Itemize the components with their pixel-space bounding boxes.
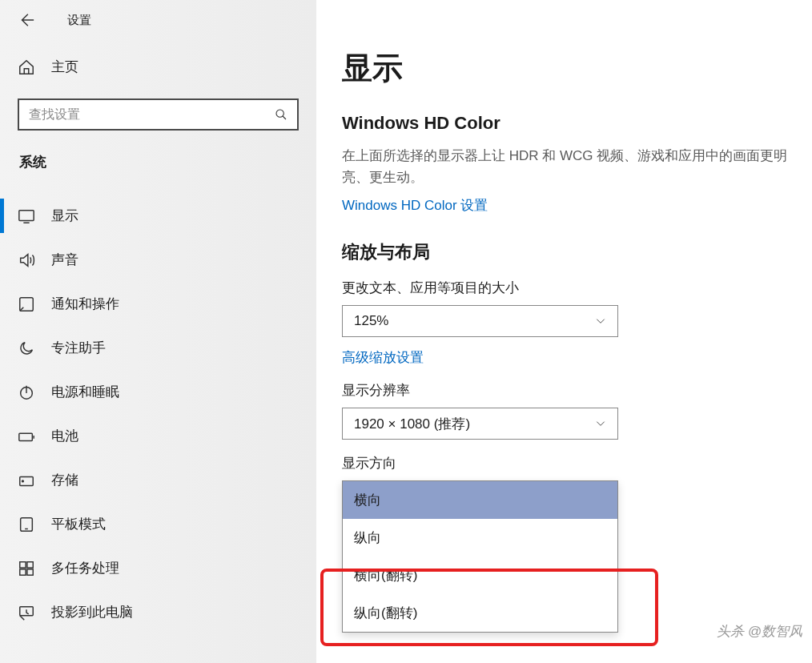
power-icon [18,384,35,401]
sidebar-section-title: 系统 [0,131,316,178]
chevron-down-icon [595,418,606,429]
window-title: 设置 [67,13,91,28]
sidebar-item-label: 通知和操作 [51,295,119,313]
svg-rect-10 [20,569,26,574]
sidebar-item-power[interactable]: 电源和睡眠 [0,370,316,414]
svg-rect-9 [27,561,33,567]
orientation-option-landscape-flipped[interactable]: 横向(翻转) [343,557,617,594]
svg-rect-8 [20,561,26,567]
orientation-option-portrait[interactable]: 纵向 [343,519,617,557]
page-title: 显示 [342,48,793,89]
svg-rect-11 [27,569,33,574]
chevron-down-icon [595,315,606,327]
resolution-value: 1920 × 1080 (推荐) [354,415,470,433]
sidebar-item-label: 声音 [51,251,78,269]
resolution-label: 显示分辨率 [342,381,793,400]
orientation-option-landscape[interactable]: 横向 [343,481,617,519]
back-button[interactable] [18,11,35,29]
sidebar-item-notifications[interactable]: 通知和操作 [0,282,316,326]
hd-color-heading: Windows HD Color [342,113,793,134]
sidebar-item-storage[interactable]: 存储 [0,458,316,502]
nav-list: 显示 声音 通知和操作 专注助手 电源和睡眠 电池 存储 平板模式 [0,194,316,634]
sidebar-item-label: 电源和睡眠 [51,383,119,401]
hd-color-link[interactable]: Windows HD Color 设置 [342,198,488,213]
sound-icon [18,251,35,269]
sidebar-item-battery[interactable]: 电池 [0,414,316,458]
sidebar-item-label: 电池 [51,427,78,445]
hd-color-desc: 在上面所选择的显示器上让 HDR 和 WCG 视频、游戏和应用中的画面更明亮、更… [342,145,793,188]
orientation-option-portrait-flipped[interactable]: 纵向(翻转) [343,594,617,632]
monitor-icon [18,207,35,225]
svg-rect-4 [19,433,33,440]
svg-point-0 [276,110,283,117]
multitask-icon [18,560,35,577]
project-icon [18,604,35,621]
sidebar-item-sound[interactable]: 声音 [0,238,316,282]
home-label: 主页 [51,58,78,76]
home-link[interactable]: 主页 [0,50,316,84]
sidebar-item-multitask[interactable]: 多任务处理 [0,546,316,590]
sidebar-item-label: 专注助手 [51,339,106,357]
text-size-label: 更改文本、应用等项目的大小 [342,279,793,297]
sidebar-item-label: 存储 [51,471,78,489]
search-input[interactable]: 查找设置 [18,98,299,131]
tablet-icon [18,516,35,533]
battery-icon [18,428,35,445]
notification-icon [18,295,35,313]
scale-heading: 缩放与布局 [342,240,793,264]
sidebar-item-tablet[interactable]: 平板模式 [0,502,316,546]
watermark-text: 头杀 @数智风 [717,622,802,641]
svg-rect-1 [19,210,34,220]
sidebar-item-project[interactable]: 投影到此电脑 [0,590,316,634]
advanced-scale-link[interactable]: 高级缩放设置 [342,348,424,367]
sidebar-item-display[interactable]: 显示 [0,194,316,238]
moon-icon [18,340,35,357]
search-icon [275,108,287,121]
search-placeholder: 查找设置 [29,106,267,123]
text-size-value: 125% [354,313,388,329]
orientation-dropdown-open[interactable]: 横向 纵向 横向(翻转) 纵向(翻转) [342,480,618,633]
text-size-dropdown[interactable]: 125% [342,305,618,337]
sidebar-item-label: 多任务处理 [51,559,119,577]
sidebar-item-focus[interactable]: 专注助手 [0,326,316,370]
sidebar-item-label: 平板模式 [51,515,106,533]
resolution-dropdown[interactable]: 1920 × 1080 (推荐) [342,408,618,440]
storage-icon [18,472,35,489]
arrow-left-icon [18,11,35,29]
sidebar-item-label: 显示 [51,207,78,225]
sidebar-item-label: 投影到此电脑 [51,603,133,621]
svg-point-6 [22,480,24,482]
orientation-label: 显示方向 [342,454,793,472]
home-icon [18,58,35,76]
